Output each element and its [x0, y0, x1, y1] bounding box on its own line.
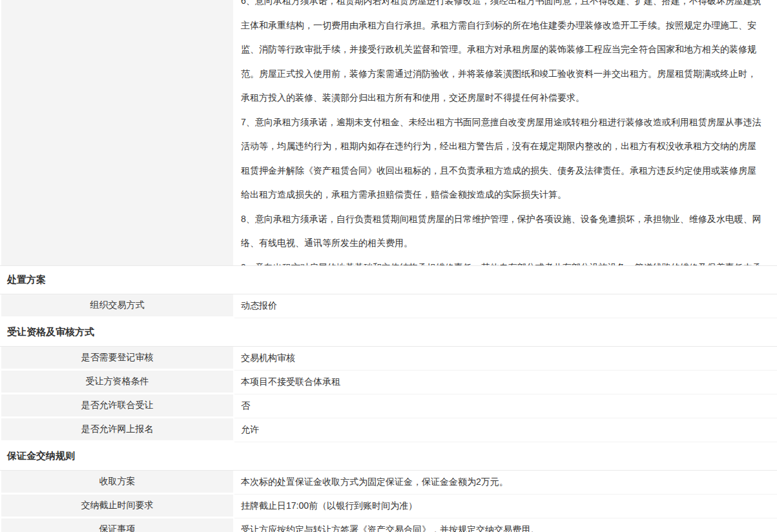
- field-value: 动态报价: [234, 294, 777, 318]
- terms-value-cell: 6、意向承租方须承诺，租赁期内若对租赁房屋进行装修改造，须经出租方书面同意，且不…: [234, 0, 777, 265]
- terms-clause-9: 9、意向出租方对房屋的地基基础和主体结构承担维修责任，其他专有部分或者共有部分设…: [241, 256, 763, 266]
- field-label: 是否需要登记审核: [0, 347, 234, 371]
- field-label: 是否允许联合受让: [0, 394, 234, 418]
- terms-row: 6、意向承租方须承诺，租赁期内若对租赁房屋进行装修改造，须经出租方书面同意，且不…: [0, 0, 777, 266]
- section-header-disposal-plan: 处置方案: [0, 266, 777, 294]
- table-row: 受让方资格条件 本项目不接受联合体承租: [0, 371, 777, 394]
- table-row: 保证事项 受让方应按约定与转让方签署《资产交易合同》，并按规定交纳交易费用。: [0, 518, 777, 532]
- field-label: 是否允许网上报名: [0, 418, 234, 442]
- listing-detail-table: 6、意向承租方须承诺，租赁期内若对租赁房屋进行装修改造，须经出租方书面同意，且不…: [0, 0, 777, 532]
- field-label: 交纳截止时间要求: [0, 495, 234, 518]
- terms-clause-6: 6、意向承租方须承诺，租赁期内若对租赁房屋进行装修改造，须经出租方书面同意，且不…: [241, 0, 763, 110]
- table-row: 组织交易方式 动态报价: [0, 294, 777, 318]
- table-row: 是否允许联合受让 否: [0, 394, 777, 418]
- field-value: 受让方应按约定与转让方签署《资产交易合同》，并按规定交纳交易费用。: [234, 518, 777, 532]
- section-title: 保证金交纳规则: [7, 450, 75, 462]
- table-row: 是否需要登记审核 交易机构审核: [0, 347, 777, 371]
- section-header-transferee-qualification: 受让资格及审核方式: [0, 318, 777, 347]
- table-row: 交纳截止时间要求 挂牌截止日17:00前（以银行到账时间为准）: [0, 495, 777, 518]
- section-title: 处置方案: [7, 274, 46, 286]
- terms-clause-8: 8、意向承租方须承诺，自行负责租赁期间租赁房屋的日常维护管理，保护各项设施、设备…: [241, 207, 763, 256]
- terms-label-cell: [0, 0, 234, 265]
- field-label: 组织交易方式: [0, 294, 234, 318]
- field-value: 允许: [234, 418, 777, 442]
- field-value: 本项目不接受联合体承租: [234, 371, 777, 394]
- section-header-deposit-rules: 保证金交纳规则: [0, 442, 777, 471]
- section-title: 受让资格及审核方式: [7, 326, 94, 338]
- field-value: 否: [234, 394, 777, 418]
- field-label: 收取方案: [0, 471, 234, 495]
- field-label: 保证事项: [0, 518, 234, 532]
- table-row: 是否允许网上报名 允许: [0, 418, 777, 442]
- field-value: 交易机构审核: [234, 347, 777, 371]
- field-value: 本次标的处置保证金收取方式为固定保证金，保证金金额为2万元。: [234, 471, 777, 495]
- field-label: 受让方资格条件: [0, 371, 234, 394]
- terms-clause-7: 7、意向承租方须承诺，逾期未支付租金、未经出租方书面同意擅自改变房屋用途或转租分…: [241, 110, 763, 207]
- terms-text-block: 6、意向承租方须承诺，租赁期内若对租赁房屋进行装修改造，须经出租方书面同意，且不…: [241, 0, 763, 265]
- table-row: 收取方案 本次标的处置保证金收取方式为固定保证金，保证金金额为2万元。: [0, 471, 777, 495]
- field-value: 挂牌截止日17:00前（以银行到账时间为准）: [234, 495, 777, 518]
